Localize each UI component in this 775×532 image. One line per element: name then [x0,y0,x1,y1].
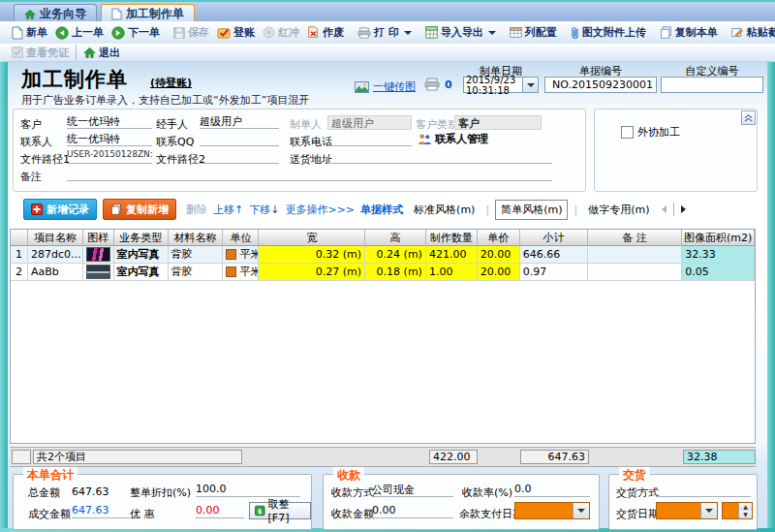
file-path2-input[interactable] [200,149,279,164]
void-button[interactable]: 作废 [303,25,348,40]
cell-height[interactable]: 0.24 (m) [365,246,426,264]
cell-unit-price[interactable]: 20.00 [478,264,520,281]
contact-input[interactable]: 统一优玛特 [67,132,152,146]
header-width[interactable]: 宽 [259,230,365,246]
customer-input[interactable]: 统一优玛特 [67,114,152,129]
file-path1-input[interactable]: USER-20150128ZN:C:\ [67,149,152,164]
header-material[interactable]: 材料名称 [169,230,224,246]
header-quantity[interactable]: 制作数量 [426,230,478,246]
cell-material[interactable]: 背胶 [169,246,224,264]
header-name[interactable]: 项目名称 [28,230,83,246]
delivery-method-input[interactable] [656,483,751,497]
attachment-upload-button[interactable]: 图文附件上传 [567,25,650,40]
handler-input[interactable]: 超级用户 [200,114,279,129]
prev-order-label: 上一单 [72,25,104,40]
file-path1-label: 文件路径1 [20,152,70,167]
page-left-arrow-icon[interactable] [660,204,667,214]
prev-order-button[interactable]: 上一单 [51,25,108,40]
import-export-button[interactable]: 导入导出 [421,25,500,40]
page-right-arrow-icon[interactable] [680,204,688,214]
register-button[interactable]: 登账 [213,25,259,40]
add-record-button[interactable]: 新增记录 [23,199,97,220]
date-combobox[interactable]: 2015/9/23 10:31:18 [463,77,539,93]
qq-input[interactable] [200,132,279,146]
items-table: 项目名称 图样 业务类型 材料名称 单位 宽 高 制作数量 单价 小计 备 注 … [10,229,756,444]
payment-amount-input[interactable]: 0.00 [372,504,453,518]
header-business-type[interactable]: 业务类型 [114,230,169,246]
cell-height[interactable]: 0.18 (m) [365,264,426,281]
balance-due-date-dropdown-button[interactable] [573,503,589,518]
spinner-down-icon[interactable]: ▼ [739,511,752,518]
cell-subtotal: 0.97 [520,264,589,281]
cell-width[interactable]: 0.27 (m) [259,264,365,281]
off-label: 优 惠 [130,507,155,521]
tab-processing-order[interactable]: 加工制作单 [101,4,195,23]
cell-remark[interactable] [588,264,682,281]
customer-label: 客户 [20,117,42,132]
off-input[interactable]: 0.00 [196,504,244,518]
header-subtotal[interactable]: 小计 [520,230,589,246]
delivery-address-label: 送货地址 [290,152,332,167]
spinner-buttons[interactable]: ▲▼ [738,503,752,518]
one-click-upload[interactable]: 一键传图 [355,79,416,94]
column-config-button[interactable]: 列配置 [506,25,561,40]
tab-business-wizard[interactable]: 业务向导 [14,4,97,23]
style-tab-lettering[interactable]: 做字专用(m) [583,201,654,219]
copy-add-button[interactable]: 复制新增 [103,199,176,220]
cell-business-type[interactable]: 室内写真 [114,264,169,281]
copy-order-button[interactable]: 复制本单 [656,25,722,40]
header-unit[interactable]: 单位 [223,230,259,246]
print-button[interactable]: 打 印 [354,25,416,40]
exit-button[interactable]: 退出 [79,46,124,60]
contact-manager-button[interactable]: 联系人管理 [418,132,488,146]
move-up-button[interactable]: 上移↑ [213,203,243,217]
delivery-address-input[interactable] [327,149,552,164]
outsource-checkbox[interactable] [621,126,634,139]
header-height[interactable]: 高 [365,230,426,246]
cell-name[interactable]: 287dc0... [28,246,83,264]
cell-remark[interactable] [588,246,682,264]
header-picture[interactable]: 图样 [83,230,114,246]
cell-name[interactable]: AaBb [28,264,83,281]
phone-input[interactable] [327,132,412,146]
cell-quantity[interactable]: 421.00 [426,246,478,264]
total-subtotal-box: 647.63 [520,450,589,464]
outsource-checkbox-row[interactable]: 外协加工 [621,125,680,140]
cell-unit[interactable]: 平米 [223,264,259,281]
collapse-panel-button[interactable] [741,110,756,125]
discount-input[interactable]: 100.0 [196,483,300,497]
round-button[interactable]: $ 取整[F7] [249,502,311,519]
balance-due-date-combobox[interactable] [514,502,590,519]
app-window: 业务向导 加工制作单 新单 上一单 下一单 保存 登账 [0,0,775,532]
note-input[interactable] [67,167,552,181]
header-image-area[interactable]: 图像面积(m2) [682,230,755,246]
cell-quantity[interactable]: 1.00 [426,264,478,281]
delivery-date-dropdown-button[interactable] [700,503,717,518]
cell-picture[interactable] [83,246,114,264]
payment-method-input[interactable]: 公司现金 [372,483,453,497]
table-row[interactable]: 1 287dc0... 室内写真 背胶 平米 0.32 (m) 0.24 (m)… [11,246,755,264]
style-tab-simple[interactable]: 简单风格(m) [495,200,568,220]
cell-material[interactable]: 背胶 [169,264,224,281]
more-actions-button[interactable]: 更多操作>>> [285,203,355,217]
table-row[interactable]: 2 AaBb 室内写真 背胶 平米 0.27 (m) 0.18 (m) 1.00… [11,264,755,281]
cell-width[interactable]: 0.32 (m) [259,246,365,264]
paste-screenshot-button[interactable]: 粘贴截图 [728,25,775,40]
delivery-date-combobox[interactable] [656,502,718,519]
delivery-time-spinner[interactable]: ▲▼ [722,502,753,519]
move-down-button[interactable]: 下移↓ [249,203,279,217]
spinner-up-icon[interactable]: ▲ [739,503,752,511]
cell-picture[interactable] [83,264,114,281]
new-order-button[interactable]: 新单 [8,25,51,40]
header-unit-price[interactable]: 单价 [478,230,520,246]
header-remark[interactable]: 备 注 [588,230,682,246]
custom-number-input[interactable] [661,77,763,93]
cell-unit[interactable]: 平米 [223,246,259,264]
cell-unit-price[interactable]: 20.00 [478,246,520,264]
style-tab-standard[interactable]: 标准风格(m) [409,201,480,219]
next-order-button[interactable]: 下一单 [108,25,164,40]
one-click-upload-link[interactable]: 一键传图 [373,79,416,94]
date-dropdown-button[interactable] [522,78,538,92]
cell-business-type[interactable]: 室内写真 [114,246,169,264]
payment-rate-input[interactable]: 0.0 [514,483,590,497]
